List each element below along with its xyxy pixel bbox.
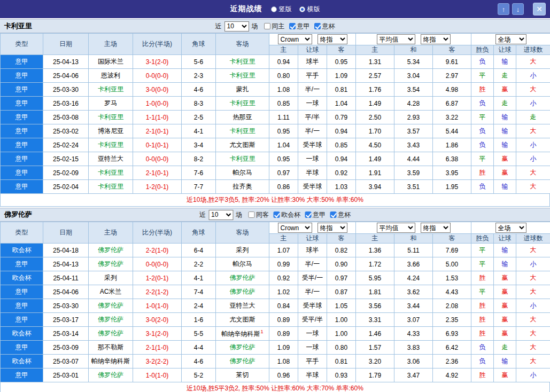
avg-away: 2.36	[433, 355, 471, 369]
checkbox-label: 意甲	[313, 210, 326, 219]
checkbox-icon	[305, 211, 311, 218]
odds-handicap: 一球	[298, 97, 327, 111]
result-handicap: 赢	[494, 152, 516, 166]
checkbox-icon	[273, 211, 280, 218]
result-handicap: 输	[494, 124, 516, 138]
col-avg-away: 客	[433, 234, 471, 244]
filter-suffix: 场	[252, 22, 258, 31]
close-button[interactable]: ✕	[533, 3, 546, 15]
corner-score: 5-5	[182, 327, 216, 341]
section-cagliari: 卡利亚里 近 10 场 同主意甲意杯 类型 日期 主场	[0, 19, 550, 207]
odds-handicap: 球半	[298, 55, 327, 69]
odds-away: 0.94	[327, 124, 356, 138]
filter-checkbox-意杯[interactable]: 意杯	[330, 210, 351, 219]
score: 0-0(0-0)	[133, 152, 182, 166]
result-goals: 小	[516, 69, 550, 83]
average-select[interactable]: 平均值	[377, 223, 415, 233]
avg-away: 9.61	[433, 55, 471, 69]
result-goals: 大	[516, 341, 550, 355]
scope-select[interactable]: 全场	[495, 34, 526, 44]
result-goals: 走	[516, 111, 550, 124]
filter-bar: 近 10 场 同客欧会杯意甲意杯	[199, 210, 351, 220]
filter-checkbox-同主[interactable]: 同主	[264, 22, 285, 31]
result-wdl: 胜	[471, 271, 494, 285]
filter-checkbox-意杯[interactable]: 意杯	[314, 22, 335, 31]
match-date: 25-03-17	[43, 313, 89, 327]
bookmaker-mode-select[interactable]: 终指	[317, 223, 347, 233]
match-row: 意甲25-04-13佛罗伦萨0-0(0-0)2-2帕尔马0.99半/一0.901…	[1, 257, 550, 271]
avg-draw: 3.44	[394, 299, 433, 313]
col-date: 日期	[43, 34, 89, 55]
col-result-goals: 进球数	[516, 234, 550, 244]
titlebar: 近期战绩 竖版横版 ↑ ↓ ✕	[0, 0, 550, 18]
odds-home: 0.94	[269, 55, 298, 69]
league-badge: 意甲	[1, 69, 43, 83]
result-goals: 小	[516, 369, 550, 382]
bookmaker-mode-select[interactable]: 终指	[317, 34, 347, 44]
odds-home: 0.89	[269, 313, 298, 327]
avg-away: 1.86	[433, 138, 471, 152]
odds-away: 0.82	[327, 244, 356, 257]
move-down-button[interactable]: ↓	[512, 3, 524, 15]
avg-home: 1.76	[356, 83, 394, 97]
score: 0-0(0-0)	[133, 257, 182, 271]
result-wdl: 负	[471, 355, 494, 369]
odds-handicap: 受半/一	[298, 271, 327, 285]
checkbox-icon	[314, 23, 321, 29]
filter-checkbox-同客[interactable]: 同客	[248, 210, 269, 219]
bookmaker-select[interactable]: Crown	[278, 34, 312, 44]
match-date: 25-03-09	[43, 341, 89, 355]
result-handicap: 输	[494, 138, 516, 152]
corner-score: 4-1	[182, 124, 216, 138]
summary-line: 近10场,胜5平3负2, 胜率:50% 让胜率:60% 大率:70% 单率:60…	[0, 382, 550, 392]
filter-checkbox-意甲[interactable]: 意甲	[289, 22, 310, 31]
league-badge: 意甲	[1, 111, 43, 124]
score: 3-1(2-0)	[133, 55, 182, 69]
result-wdl: 胜	[471, 313, 494, 327]
home-team: 佛罗伦萨	[89, 244, 133, 257]
result-handicap: 走	[494, 97, 516, 111]
odds-handicap: 平手	[298, 355, 327, 369]
result-wdl: 胜	[471, 166, 494, 180]
match-count-select[interactable]: 10	[208, 210, 233, 220]
result-handicap: 赢	[494, 299, 516, 313]
corner-score: 1-6	[182, 313, 216, 327]
corner-score: 8-3	[182, 97, 216, 111]
layout-radio-竖版[interactable]: 竖版	[271, 5, 292, 14]
score: 2-1(0-1)	[133, 166, 182, 180]
match-date: 25-03-07	[43, 355, 89, 369]
league-badge: 欧会杯	[1, 355, 43, 369]
checkbox-icon	[264, 23, 270, 29]
average-mode-select[interactable]: 终指	[421, 34, 451, 44]
odds-home: 1.08	[269, 355, 298, 369]
odds-home: 0.92	[269, 271, 298, 285]
result-wdl: 胜	[471, 83, 494, 97]
window-title: 近期战绩	[230, 4, 262, 14]
match-row: 意甲25-03-08卡利亚里1-1(1-0)2-5热那亚1.11平/半0.792…	[1, 111, 550, 124]
team-name: 佛罗伦萨	[4, 210, 32, 219]
scope-select[interactable]: 全场	[495, 223, 526, 233]
filter-checkbox-意甲[interactable]: 意甲	[305, 210, 326, 219]
bookmaker-select[interactable]: Crown	[278, 223, 312, 233]
away-team: 佛罗伦萨	[216, 271, 269, 285]
home-team: 佛罗伦萨	[89, 299, 133, 313]
filter-checkbox-欧会杯[interactable]: 欧会杯	[273, 210, 300, 219]
average-select[interactable]: 平均值	[377, 34, 415, 44]
away-team: 佛罗伦萨	[216, 355, 269, 369]
checkbox-label: 意杯	[338, 210, 351, 219]
match-date: 25-03-01	[43, 369, 89, 382]
match-row: 意甲25-04-06AC米兰2-2(1-2)7-4佛罗伦萨1.02半/一0.87…	[1, 285, 550, 299]
league-badge: 欧会杯	[1, 271, 43, 285]
odds-away: 0.85	[327, 138, 356, 152]
odds-home: 0.80	[269, 69, 298, 83]
result-goals: 大	[516, 124, 550, 138]
average-mode-select[interactable]: 终指	[421, 223, 451, 233]
layout-radio-横版[interactable]: 横版	[299, 5, 320, 14]
checkbox-label: 同主	[272, 22, 285, 31]
odds-away: 1.09	[327, 69, 356, 83]
filter-bar: 近 10 场 同主意甲意杯	[215, 21, 335, 32]
odds-handicap: 半球	[298, 166, 327, 180]
match-count-select[interactable]: 10	[224, 21, 249, 32]
col-result-wdl: 胜负	[471, 234, 494, 244]
move-up-button[interactable]: ↑	[498, 3, 509, 15]
